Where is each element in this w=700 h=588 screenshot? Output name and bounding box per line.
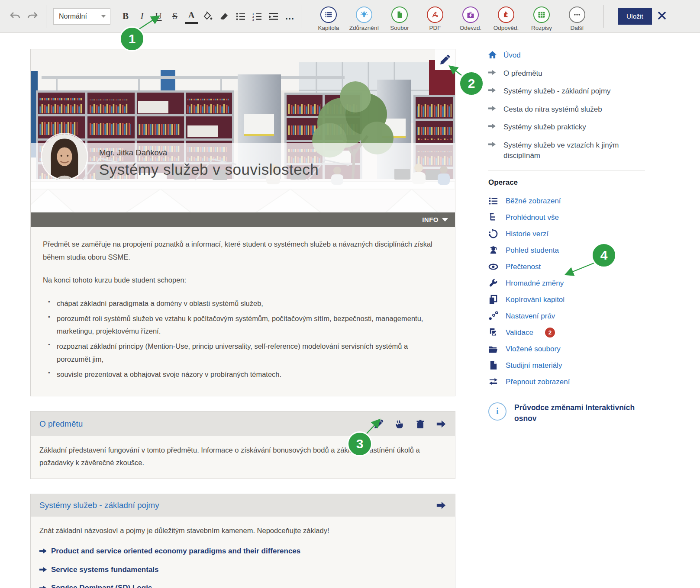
paragraph-style-value: Normální: [59, 13, 87, 20]
underline-button[interactable]: U: [152, 9, 165, 24]
more-formatting-button[interactable]: …: [284, 9, 297, 24]
section-title[interactable]: O předmětu: [39, 419, 374, 429]
toolbar-separator: [301, 5, 301, 28]
toolbar-separator: [603, 5, 604, 28]
course-description: Předmět se zaměřuje na propojení poznatk…: [31, 227, 455, 396]
chapter-link[interactable]: Service systems fundamentals: [39, 563, 446, 576]
op-prectenost[interactable]: Přečtenost: [488, 259, 649, 275]
swap-arrows-icon: [488, 377, 498, 387]
op-studijni-materialy[interactable]: Studijní materiály: [488, 357, 649, 374]
sidebar-divider: [488, 170, 645, 170]
eraser-button[interactable]: [218, 9, 231, 24]
info-bar[interactable]: INFO: [31, 212, 455, 227]
go-to-section-icon[interactable]: [436, 500, 446, 511]
list-item: souvisle prezentovat a obhajovat svoje n…: [48, 368, 443, 381]
op-nastaveni-prav[interactable]: Nastavení práv: [488, 308, 649, 325]
sidebar-item-o-predmetu[interactable]: O předmětu: [488, 68, 649, 87]
delete-section-icon[interactable]: [415, 419, 426, 429]
more-actions-button[interactable]: Další: [559, 2, 595, 31]
sidebar: Úvod O předmětu Systémy služeb - základn…: [488, 50, 649, 424]
folder-upload-icon: [462, 6, 479, 23]
sidebar-item-cesta[interactable]: Cesta do nitra systémů služeb: [488, 104, 649, 122]
section-header: O předmětu: [31, 411, 455, 436]
course-paragraph: Předmět se zaměřuje na propojení poznatk…: [43, 238, 443, 263]
list-item: porozumět roli systémů služeb ve vztahu …: [48, 312, 443, 338]
strikethrough-button[interactable]: S: [168, 9, 181, 24]
sidebar-item-prakticky[interactable]: Systémy služeb prakticky: [488, 122, 649, 140]
arrow-right-icon: [488, 87, 497, 95]
op-vlozene-soubory[interactable]: Vložené soubory: [488, 341, 649, 357]
course-title: Systémy služeb v souvislostech: [99, 161, 319, 178]
list-item: rozpoznat základní principy (Mention-Use…: [48, 340, 443, 366]
toolbar-separator: [46, 5, 46, 28]
folder-open-icon: [488, 344, 498, 354]
editor-page: Normální B I U S A 123 … Kapitola: [0, 0, 700, 588]
course-hero: Mgr. Jitka Daňková Systémy služeb v souv…: [31, 49, 455, 227]
sidebar-item-vztazich[interactable]: Systémy služeb ve vztazích k jiným disci…: [488, 140, 631, 161]
bold-button[interactable]: B: [119, 9, 132, 24]
section-title[interactable]: Systémy služeb - základní pojmy: [39, 501, 436, 510]
submissions-button[interactable]: Odevzd.: [453, 2, 488, 31]
arrow-right-icon: [488, 141, 497, 149]
undo-icon[interactable]: [10, 11, 21, 22]
pencil-icon: [439, 54, 451, 65]
history-icon: [488, 229, 498, 239]
font-color-button[interactable]: A: [185, 9, 198, 24]
list-icon: [488, 196, 498, 206]
bullet-list-button[interactable]: [234, 9, 247, 24]
op-validace[interactable]: Validace 2: [488, 325, 649, 341]
close-icon[interactable]: [657, 11, 667, 22]
go-to-section-icon[interactable]: [436, 419, 446, 429]
op-kopirovani-kapitol[interactable]: Kopírování kapitol: [488, 292, 649, 308]
validate-icon: [488, 328, 498, 337]
chapter-link[interactable]: Service Dominant (SD) Logic: [39, 582, 446, 588]
edit-cover-button[interactable]: [435, 49, 455, 70]
info-icon: i: [488, 402, 506, 421]
course-author: Mgr. Jitka Daňková: [99, 148, 167, 157]
info-label: INFO: [422, 216, 439, 223]
student-icon: [488, 245, 498, 255]
italic-button[interactable]: I: [135, 9, 148, 24]
edit-section-icon[interactable]: [374, 419, 384, 429]
chevron-down-icon: [442, 218, 448, 222]
sidebar-item-uvod[interactable]: Úvod: [488, 50, 649, 68]
changes-guide-link[interactable]: i Průvodce změnami Interaktivních osnov: [488, 402, 649, 424]
numbered-list-button[interactable]: 123: [251, 9, 264, 24]
save-button[interactable]: Uložit: [618, 8, 652, 25]
indent-button[interactable]: [267, 9, 280, 24]
schedules-button[interactable]: Rozpisy: [524, 2, 559, 31]
op-hromadne-zmeny[interactable]: Hromadné změny: [488, 275, 649, 292]
chevron-down-icon: [101, 15, 106, 18]
table-icon: [533, 6, 550, 23]
highlight-button[interactable]: Zdůraznění: [346, 2, 382, 31]
op-prohlednout-vse[interactable]: Prohlédnout vše: [488, 209, 649, 226]
op-pohled-studenta[interactable]: Pohled studenta: [488, 242, 649, 259]
file-icon: [488, 360, 498, 370]
arrow-right-icon: [488, 123, 497, 131]
paragraph-style-select[interactable]: Normální: [53, 8, 110, 25]
section-body: Znát základní názvosloví a pojmy je důle…: [31, 517, 455, 588]
fill-color-button[interactable]: [201, 9, 214, 24]
ellipsis-icon: [569, 6, 585, 23]
op-historie-verzi[interactable]: Historie verzí: [488, 226, 649, 242]
chapter-link[interactable]: Product and service oriented economy par…: [39, 545, 446, 558]
file-button[interactable]: Soubor: [382, 2, 417, 31]
operations-heading: Operace: [488, 178, 649, 187]
intro-card: Mgr. Jitka Daňková Systémy služeb v souv…: [30, 49, 455, 396]
sidebar-item-zakladni-pojmy[interactable]: Systémy služeb - základní pojmy: [488, 86, 649, 104]
move-section-icon[interactable]: [394, 419, 405, 429]
tree-icon: [488, 212, 498, 222]
section-card-pojmy: Systémy služeb - základní pojmy Znát zák…: [30, 494, 455, 588]
pdf-button[interactable]: PDF: [417, 2, 453, 31]
file-icon: [391, 6, 408, 23]
op-prepnout-zobrazeni[interactable]: Přepnout zobrazení: [488, 374, 649, 390]
answers-button[interactable]: Odpověd.: [488, 2, 524, 31]
arrow-right-icon: [39, 548, 47, 554]
chapter-button[interactable]: Kapitola: [311, 2, 346, 31]
chapter-icon: [320, 6, 337, 23]
wrench-icon: [488, 278, 498, 288]
redo-icon[interactable]: [27, 11, 38, 22]
op-bezne-zobrazeni[interactable]: Běžné zobrazení: [488, 193, 649, 209]
course-outcomes-list: chápat základní paradigmata a domény v o…: [48, 297, 443, 381]
editor-toolbar: Normální B I U S A 123 … Kapitola: [0, 0, 700, 33]
